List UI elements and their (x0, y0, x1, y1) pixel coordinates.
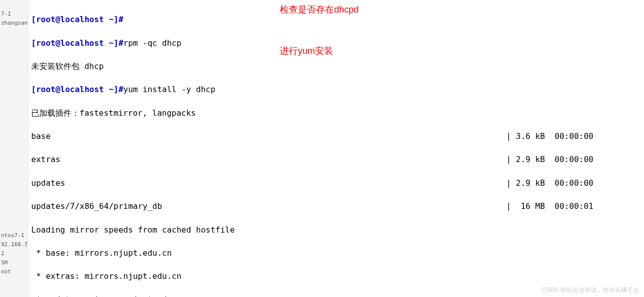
sidebar-item[interactable]: oot (1, 268, 28, 276)
sidebar-item[interactable]: 2 (1, 250, 28, 258)
sidebar-top: 7-1 zhangsan (0, 0, 28, 38)
repo-line: base | 3.6 kB 00:00:00 (31, 130, 644, 142)
output-line: * base: mirrors.njupt.edu.cn (31, 247, 644, 259)
sidebar-item[interactable]: ntos7-1 (1, 232, 28, 240)
sidebar-item[interactable]: 7-1 (1, 10, 27, 18)
annotation-yum-install: 进行yum安装 (280, 44, 333, 57)
repo-line: extras | 2.9 kB 00:00:00 (31, 154, 644, 165)
output-line: 已加载插件：fastestmirror, langpacks (31, 107, 644, 119)
annotation-check-dhcpd: 检查是否存在dhcpd (280, 3, 359, 16)
command-text: rpm -qc dhcp (123, 38, 182, 48)
sidebar-item[interactable]: SH (1, 259, 28, 267)
shell-prompt: [root@localhost ~]# (31, 85, 123, 94)
watermark: CSDN @站在这别动，给你买橘子去 (541, 286, 639, 294)
sidebar-item[interactable]: 92.168.7.. (1, 241, 28, 249)
output-line: * extras: mirrors.njupt.edu.cn (31, 270, 644, 282)
command-text: yum install -y dhcp (123, 85, 215, 94)
repo-line: updates/7/x86_64/primary_db | 16 MB 00:0… (31, 200, 644, 212)
repo-line: updates | 2.9 kB 00:00:00 (31, 177, 644, 189)
shell-prompt: [root@localhost ~]# (31, 38, 123, 48)
output-line: 未安装软件包 dhcp (31, 60, 644, 72)
shell-prompt: [root@localhost ~]# (31, 15, 123, 24)
terminal-output[interactable]: [root@localhost ~]# [root@localhost ~]#r… (31, 2, 644, 297)
sidebar-item[interactable]: zhangsan (1, 19, 27, 27)
sidebar-bottom: ntos7-1 92.168.7.. 2 SH oot (1, 232, 28, 277)
sidebar: 7-1 zhangsan ntos7-1 92.168.7.. 2 SH oot (0, 0, 28, 297)
output-line: Loading mirror speeds from cached hostfi… (31, 224, 644, 236)
